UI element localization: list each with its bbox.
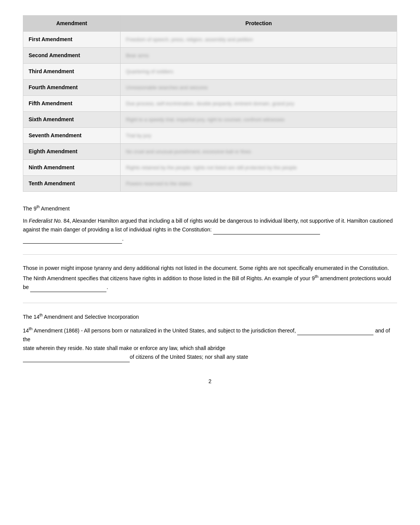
table-row: Seventh AmendmentTrial by jury [23,128,397,144]
amendment-name: Tenth Amendment [23,176,121,192]
section-9th-title: The 9th Amendment [23,204,397,213]
table-row: Fourth AmendmentUnreasonable searches an… [23,80,397,96]
divider-2 [23,303,397,303]
amendment-name: Fourth Amendment [23,80,121,96]
table-row: Tenth AmendmentPowers reserved to the st… [23,176,397,192]
amendment-name: Seventh Amendment [23,128,121,144]
protection-text: No cruel and unusual punishment, excessi… [120,144,397,160]
protection-text: Freedom of speech, press, religion, asse… [120,32,397,48]
section-14th-body: 14th Amendment (1868) - All persons born… [23,325,397,362]
blank-3[interactable] [30,283,106,292]
amendment-name: Ninth Amendment [23,160,121,176]
table-row: Ninth AmendmentRights retained by the pe… [23,160,397,176]
protection-text: Right to a speedy trial, impartial jury,… [120,112,397,128]
blank-2[interactable] [23,234,122,244]
amendment-name: Eighth Amendment [23,144,121,160]
section-9th-amendment: The 9th Amendment In Federalist No. 84, … [23,204,397,244]
table-row: Third AmendmentQuartering of soldiers [23,64,397,80]
page-number: 2 [23,377,397,385]
protection-text: Trial by jury [120,128,397,144]
amendment-name: First Amendment [23,32,121,48]
table-row: Eighth AmendmentNo cruel and unusual pun… [23,144,397,160]
amendment-name: Third Amendment [23,64,121,80]
amendment-table: Amendment Protection First AmendmentFree… [23,15,397,192]
amendment-name: Second Amendment [23,48,121,64]
section-14th-amendment: The 14th Amendment and Selective Incorpo… [23,312,397,362]
col-amendment-header: Amendment [23,16,121,32]
protection-text: Bear arms [120,48,397,64]
protection-text: Due process, self-incrimination, double … [120,96,397,112]
table-row: Sixth AmendmentRight to a speedy trial, … [23,112,397,128]
protection-text: Rights retained by the people; rights no… [120,160,397,176]
col-protection-header: Protection [120,16,397,32]
table-row: Fifth AmendmentDue process, self-incrimi… [23,96,397,112]
section-14th-title: The 14th Amendment and Selective Incorpo… [23,312,397,321]
section-9th-body1: In Federalist No. 84, Alexander Hamilton… [23,217,397,244]
protection-text: Quartering of soldiers [120,64,397,80]
table-row: First AmendmentFreedom of speech, press,… [23,32,397,48]
blank-5[interactable] [23,353,130,362]
amendment-name: Fifth Amendment [23,96,121,112]
blank-4[interactable] [297,326,373,335]
protection-text: Unreasonable searches and seizures [120,80,397,96]
section-9th-body2: Those in power might impose tyranny and … [23,264,397,292]
amendment-name: Sixth Amendment [23,112,121,128]
protection-text: Powers reserved to the states [120,176,397,192]
blank-1[interactable] [213,225,320,234]
divider-1 [23,254,397,255]
table-row: Second AmendmentBear arms [23,48,397,64]
section-9th-body2-section: Those in power might impose tyranny and … [23,264,397,292]
